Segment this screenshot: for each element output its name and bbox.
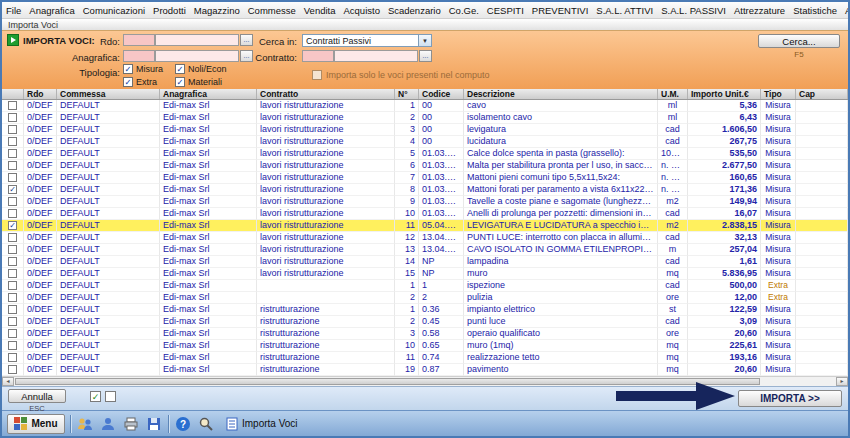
computo-checkbox[interactable]: Importa solo le voci presenti nel comput… xyxy=(312,70,490,80)
importa-button[interactable]: IMPORTA >> xyxy=(738,390,842,407)
row-checkbox[interactable] xyxy=(8,113,17,122)
table-row[interactable]: 0/DEF DEFAULT Edi-max Srl lavori ristrut… xyxy=(2,160,848,172)
column-header[interactable]: N° xyxy=(395,89,419,99)
row-select-cell[interactable] xyxy=(2,280,24,292)
column-header[interactable]: Commessa xyxy=(57,89,160,99)
menu-item-scadenzario[interactable]: Scadenzario xyxy=(384,2,445,18)
row-select-cell[interactable] xyxy=(2,172,24,184)
menu-item-magazzino[interactable]: Magazzino xyxy=(190,2,244,18)
menu-item-cespiti[interactable]: CESPITI xyxy=(483,2,528,18)
row-select-cell[interactable]: ✓ xyxy=(2,184,24,196)
table-row[interactable]: 0/DEF DEFAULT Edi-max Srl ristrutturazio… xyxy=(2,316,848,328)
row-select-cell[interactable] xyxy=(2,352,24,364)
menu-item-acquisto[interactable]: Acquisto xyxy=(340,2,384,18)
row-checkbox[interactable] xyxy=(8,197,17,206)
row-select-cell[interactable] xyxy=(2,244,24,256)
column-header[interactable]: Tipo xyxy=(761,89,796,99)
row-checkbox[interactable] xyxy=(8,329,17,338)
rdo-desc-input[interactable] xyxy=(155,34,239,46)
row-select-cell[interactable] xyxy=(2,232,24,244)
select-all-checkbox[interactable]: ✓ xyxy=(90,391,101,402)
row-checkbox[interactable]: ✓ xyxy=(8,185,17,194)
contratto-browse-button[interactable]: ... xyxy=(419,50,432,62)
row-checkbox[interactable] xyxy=(8,257,17,266)
row-checkbox[interactable] xyxy=(8,209,17,218)
column-header[interactable]: Rdo xyxy=(24,89,57,99)
column-header[interactable]: Descrizione xyxy=(464,89,658,99)
search-icon[interactable] xyxy=(197,415,215,433)
table-row[interactable]: 0/DEF DEFAULT Edi-max Srl lavori ristrut… xyxy=(2,196,848,208)
row-checkbox[interactable] xyxy=(8,305,17,314)
row-checkbox[interactable] xyxy=(8,245,17,254)
row-select-cell[interactable] xyxy=(2,208,24,220)
table-row[interactable]: 0/DEF DEFAULT Edi-max Srl lavori ristrut… xyxy=(2,100,848,112)
column-header[interactable]: Codice xyxy=(419,89,464,99)
printer-icon[interactable] xyxy=(122,415,140,433)
table-row[interactable]: 0/DEF DEFAULT Edi-max Srl lavori ristrut… xyxy=(2,112,848,124)
row-select-cell[interactable] xyxy=(2,292,24,304)
row-checkbox[interactable] xyxy=(8,125,17,134)
row-checkbox[interactable] xyxy=(8,341,17,350)
active-task[interactable]: Importa Voci xyxy=(220,415,304,433)
menu-item-attrezzature[interactable]: Attrezzature xyxy=(730,2,789,18)
table-row[interactable]: 0/DEF DEFAULT Edi-max Srl lavori ristrut… xyxy=(2,148,848,160)
tipologia-option[interactable]: ✓ Noli/Econ xyxy=(175,64,237,74)
row-checkbox[interactable] xyxy=(8,317,17,326)
table-row[interactable]: 0/DEF DEFAULT Edi-max Srl ristrutturazio… xyxy=(2,364,848,376)
table-row[interactable]: 0/DEF DEFAULT Edi-max Srl lavori ristrut… xyxy=(2,268,848,280)
table-row[interactable]: 0/DEF DEFAULT Edi-max Srl lavori ristrut… xyxy=(2,208,848,220)
menu-item-file[interactable]: File xyxy=(2,2,25,18)
row-checkbox[interactable] xyxy=(8,101,17,110)
row-select-cell[interactable] xyxy=(2,196,24,208)
row-select-cell[interactable] xyxy=(2,148,24,160)
column-header[interactable]: Importo Unit.€ xyxy=(688,89,761,99)
row-select-cell[interactable]: ✓ xyxy=(2,220,24,232)
cerca-button[interactable]: Cerca... xyxy=(758,34,840,48)
row-select-cell[interactable] xyxy=(2,364,24,376)
tipologia-option[interactable]: ✓ Materiali xyxy=(175,77,237,87)
tipologia-checkbox[interactable]: ✓ xyxy=(175,64,185,74)
row-select-cell[interactable] xyxy=(2,160,24,172)
table-row[interactable]: 0/DEF DEFAULT Edi-max Srl ristrutturazio… xyxy=(2,304,848,316)
scroll-left-button[interactable]: ◄ xyxy=(2,377,14,386)
tipologia-checkbox[interactable]: ✓ xyxy=(123,64,133,74)
menu-button[interactable]: Menu xyxy=(7,414,65,434)
table-row[interactable]: ✓ 0/DEF DEFAULT Edi-max Srl lavori ristr… xyxy=(2,184,848,196)
tipologia-option[interactable]: ✓ Misura xyxy=(123,64,175,74)
menu-item-statistiche[interactable]: Statistiche xyxy=(789,2,841,18)
row-checkbox[interactable] xyxy=(8,149,17,158)
anagrafica-code-input[interactable] xyxy=(123,50,155,62)
menu-item-aiuto[interactable]: Aiuto xyxy=(841,2,850,18)
row-checkbox[interactable] xyxy=(8,137,17,146)
table-row[interactable]: 0/DEF DEFAULT Edi-max Srl lavori ristrut… xyxy=(2,172,848,184)
row-select-cell[interactable] xyxy=(2,136,24,148)
menu-item-comunicazioni[interactable]: Comunicazioni xyxy=(79,2,149,18)
column-header[interactable]: Cap xyxy=(796,89,848,99)
tipologia-option[interactable]: ✓ Extra xyxy=(123,77,175,87)
menu-item-prodotti[interactable]: Prodotti xyxy=(149,2,190,18)
table-row[interactable]: ✓ 0/DEF DEFAULT Edi-max Srl lavori ristr… xyxy=(2,220,848,232)
menu-item-anagrafica[interactable]: Anagrafica xyxy=(25,2,78,18)
help-icon[interactable]: ? xyxy=(174,415,192,433)
table-row[interactable]: 0/DEF DEFAULT Edi-max Srl 1 1 ispezione … xyxy=(2,280,848,292)
row-checkbox[interactable] xyxy=(8,269,17,278)
row-select-cell[interactable] xyxy=(2,304,24,316)
horizontal-scrollbar[interactable]: ◄ ► xyxy=(2,376,848,386)
menu-item-co-ge-[interactable]: Co.Ge. xyxy=(445,2,483,18)
row-checkbox[interactable] xyxy=(8,173,17,182)
user-icon[interactable] xyxy=(99,415,117,433)
column-header[interactable]: U.M. xyxy=(658,89,688,99)
select-none-checkbox[interactable] xyxy=(105,391,116,402)
table-row[interactable]: 0/DEF DEFAULT Edi-max Srl lavori ristrut… xyxy=(2,232,848,244)
row-checkbox[interactable] xyxy=(8,161,17,170)
rdo-code-input[interactable] xyxy=(123,34,155,46)
row-checkbox[interactable]: ✓ xyxy=(8,221,17,230)
table-row[interactable]: 0/DEF DEFAULT Edi-max Srl ristrutturazio… xyxy=(2,328,848,340)
row-select-cell[interactable] xyxy=(2,100,24,112)
column-header[interactable]: Contratto xyxy=(257,89,395,99)
chevron-down-icon[interactable]: ▼ xyxy=(418,35,431,46)
table-row[interactable]: 0/DEF DEFAULT Edi-max Srl lavori ristrut… xyxy=(2,124,848,136)
row-checkbox[interactable] xyxy=(8,365,17,374)
row-checkbox[interactable] xyxy=(8,281,17,290)
row-select-cell[interactable] xyxy=(2,340,24,352)
